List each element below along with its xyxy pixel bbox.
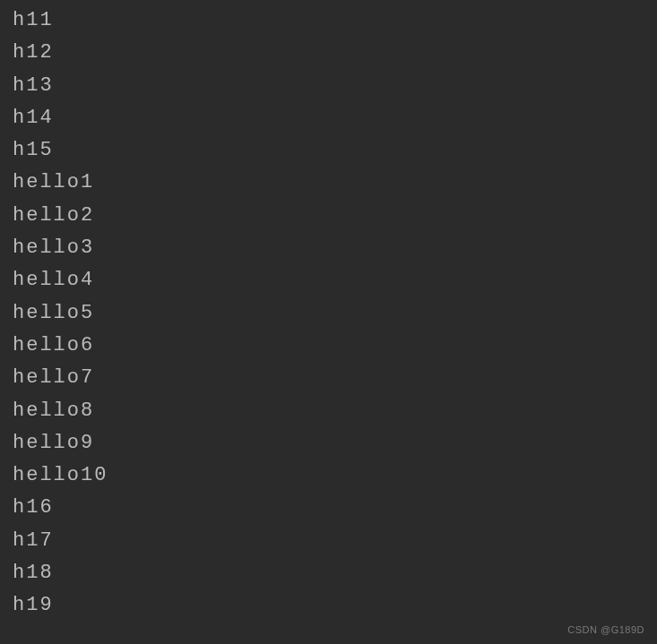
output-line: hello8 [13, 395, 644, 427]
output-line: h19 [13, 589, 644, 622]
output-line: h15 [13, 134, 644, 167]
watermark: CSDN @G189D [567, 624, 644, 635]
output-line: hello5 [13, 297, 644, 330]
terminal-output: h11 h12 h13 h14 h15 hello1 hello2 hello3… [13, 4, 644, 623]
output-line: hello7 [13, 362, 644, 394]
output-line: h16 [13, 492, 644, 524]
output-line: hello6 [13, 330, 644, 362]
output-line: h12 [13, 37, 644, 69]
output-line: h18 [13, 557, 644, 589]
output-line: h17 [13, 525, 644, 557]
output-line: hello4 [13, 264, 644, 296]
output-line: hello3 [13, 232, 644, 264]
output-line: h13 [13, 70, 644, 102]
output-line: h11 [13, 4, 644, 37]
output-line: hello1 [13, 167, 644, 199]
output-line: hello10 [13, 459, 644, 492]
output-line: hello2 [13, 200, 644, 232]
output-line: h14 [13, 102, 644, 134]
output-line: hello9 [13, 427, 644, 459]
